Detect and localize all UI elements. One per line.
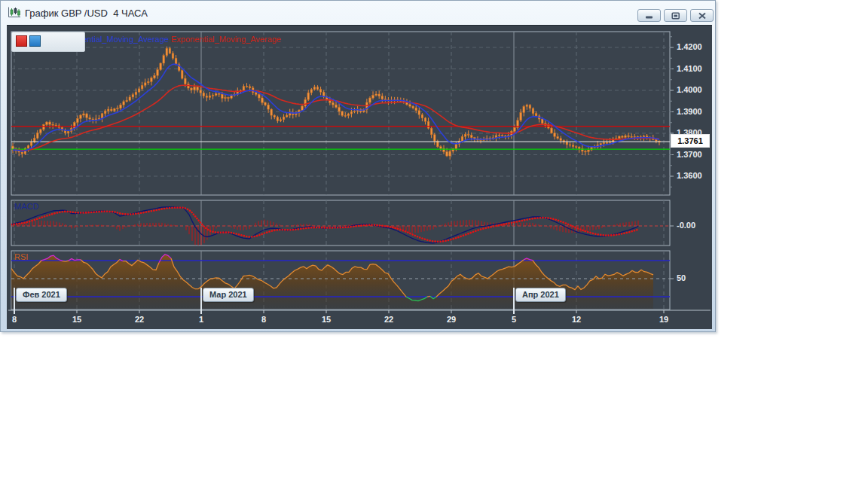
legend-panel bbox=[11, 32, 85, 52]
time-axis-label: 22 bbox=[377, 315, 400, 324]
time-axis-label: 12 bbox=[565, 315, 588, 324]
price-axis-label: 1.3600 bbox=[677, 171, 713, 180]
candlestick-chart-icon bbox=[7, 7, 22, 19]
time-axis-label: 8 bbox=[3, 315, 26, 324]
chart-canvas[interactable] bbox=[7, 26, 712, 329]
indicator-legend-text: Exponential_Moving_Average Exponential_M… bbox=[59, 35, 281, 44]
price-axis-label: 1.4000 bbox=[677, 85, 713, 94]
time-axis-label: 8 bbox=[252, 315, 275, 324]
maximize-icon bbox=[671, 12, 680, 20]
chart-content-area: Exponential_Moving_Average Exponential_M… bbox=[7, 25, 712, 329]
close-icon bbox=[698, 12, 706, 19]
legend-blue-swatch[interactable] bbox=[29, 35, 41, 47]
price-axis-label: 1.4100 bbox=[677, 64, 713, 73]
time-axis-label: 15 bbox=[66, 315, 88, 324]
macd-pane-label: MACD bbox=[14, 202, 38, 211]
minimize-icon bbox=[645, 12, 654, 19]
ema-red-label: Exponential_Moving_Average bbox=[171, 35, 281, 44]
time-axis-label: 5 bbox=[503, 315, 525, 324]
time-axis-label: 1 bbox=[190, 315, 212, 324]
close-button[interactable] bbox=[690, 9, 714, 22]
month-label: Апр 2021 bbox=[515, 288, 566, 302]
time-axis-label: 19 bbox=[653, 315, 675, 324]
time-axis-label: 22 bbox=[128, 315, 151, 324]
price-axis-label: 1.3900 bbox=[677, 107, 713, 116]
time-axis-label: 29 bbox=[440, 315, 463, 324]
window-title: График GBP /USD 4 ЧАСА bbox=[25, 8, 148, 19]
rsi-axis-value: 50 bbox=[677, 273, 686, 282]
price-axis-label: 1.4200 bbox=[677, 42, 713, 51]
maximize-button[interactable] bbox=[664, 9, 687, 22]
legend-red-swatch[interactable] bbox=[16, 35, 27, 47]
month-label: Фев 2021 bbox=[16, 288, 67, 302]
minimize-button[interactable] bbox=[637, 9, 661, 22]
current-price-badge: 1.3761 bbox=[671, 134, 710, 148]
macd-axis-value: -0.00 bbox=[677, 221, 695, 230]
title-bar[interactable]: График GBP /USD 4 ЧАСА bbox=[1, 1, 715, 25]
time-axis-label: 15 bbox=[315, 315, 338, 324]
month-label: Мар 2021 bbox=[203, 288, 254, 302]
price-axis-label: 1.3700 bbox=[677, 150, 713, 159]
chart-window: График GBP /USD 4 ЧАСА Exponential_Movin… bbox=[0, 0, 716, 332]
rsi-pane-label: RSI bbox=[14, 252, 28, 261]
